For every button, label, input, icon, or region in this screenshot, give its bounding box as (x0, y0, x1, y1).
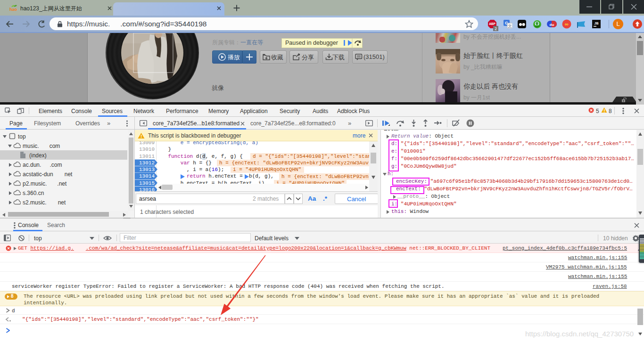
svg-text:ABP: ABP (489, 22, 495, 25)
svg-text:∞: ∞ (565, 21, 569, 27)
svg-text:文: 文 (508, 24, 512, 28)
svg-text:JB: JB (594, 22, 599, 25)
svg-text:2: 2 (495, 26, 497, 31)
svg-text:hao: hao (9, 7, 17, 12)
svg-text:du: du (550, 23, 554, 27)
